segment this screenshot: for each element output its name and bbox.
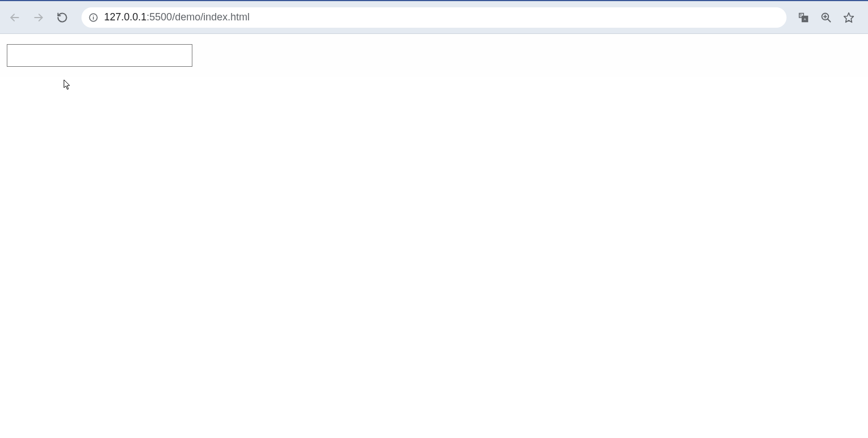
bookmark-button[interactable]: [839, 7, 859, 28]
back-button[interactable]: [5, 7, 25, 28]
text-input[interactable]: [7, 44, 192, 67]
svg-point-4: [93, 15, 94, 16]
zoom-icon: [820, 12, 832, 23]
url-port: :5500: [147, 11, 172, 23]
url-text: 127.0.0.1:5500/demo/index.html: [104, 11, 250, 23]
star-icon: [843, 12, 854, 23]
translate-button[interactable]: 文 A: [793, 7, 814, 28]
svg-text:A: A: [804, 18, 806, 21]
translate-icon: 文 A: [798, 12, 809, 23]
url-path: /demo/index.html: [172, 11, 250, 23]
address-bar[interactable]: 127.0.0.1:5500/demo/index.html: [81, 7, 787, 28]
svg-marker-11: [844, 12, 854, 22]
arrow-left-icon: [9, 12, 20, 23]
site-info-icon[interactable]: [88, 12, 98, 23]
svg-line-8: [828, 19, 831, 22]
toolbar-right: 文 A: [793, 7, 863, 28]
zoom-button[interactable]: [816, 7, 836, 28]
reload-icon: [57, 12, 68, 23]
browser-toolbar: 127.0.0.1:5500/demo/index.html 文 A: [0, 0, 868, 34]
reload-button[interactable]: [52, 7, 72, 28]
forward-button[interactable]: [28, 7, 49, 28]
page-content: [0, 34, 868, 77]
url-host: 127.0.0.1: [104, 11, 147, 23]
mouse-cursor-icon: [63, 79, 71, 91]
svg-text:文: 文: [799, 13, 802, 17]
arrow-right-icon: [33, 12, 44, 23]
